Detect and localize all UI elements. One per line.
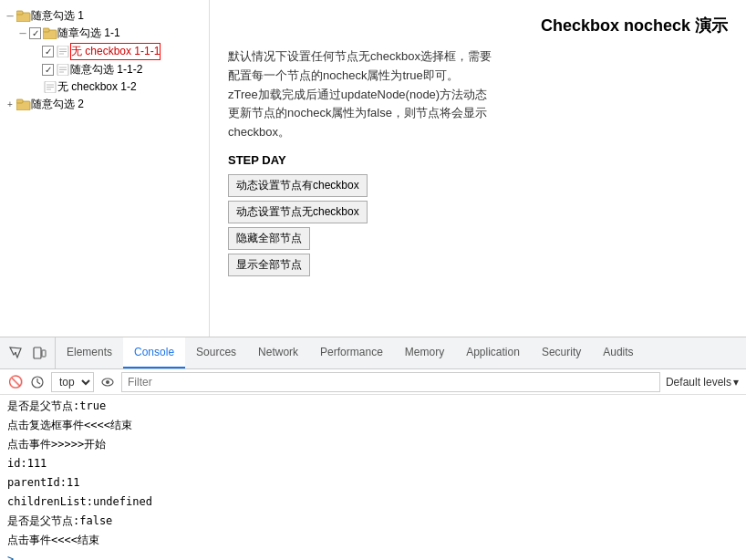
console-preserve-icon[interactable] [29,374,46,390]
console-prompt[interactable] [7,550,739,560]
inspect-icon[interactable] [7,345,24,361]
tab-network[interactable]: Network [247,337,309,368]
desc-line1: 默认情况下设置任何节点无checkbox选择框，需要 [228,49,492,63]
folder-icon-root2 [16,99,31,111]
file-icon-111 [56,46,70,58]
context-select[interactable]: top [51,372,94,392]
tab-audits[interactable]: Audits [592,337,644,368]
svg-rect-19 [34,347,41,358]
svg-rect-3 [43,28,49,32]
console-line-1: 是否是父节点:true [7,397,739,416]
tree-toggle-root1[interactable]: ─ [4,10,16,23]
default-levels-label: Default levels [666,376,731,389]
tree-node-111[interactable]: 无 checkbox 1-1-1 [29,42,205,61]
tree-label-12: 无 checkbox 1-2 [57,79,137,95]
devtools-tabs: Elements Console Sources Network Perform… [56,337,746,368]
console-line-7: 是否是父节点:false [7,512,739,531]
console-line-6: childrenList:undefined [7,493,739,512]
tree-toggle-root2[interactable]: + [4,99,16,111]
filter-input[interactable] [121,372,660,392]
console-line-8: 点击事件<<<<结束 [7,531,739,550]
tab-console[interactable]: Console [123,337,185,368]
console-line-3: 点击事件>>>>>开始 [7,435,739,454]
tab-elements[interactable]: Elements [56,337,123,368]
tab-security[interactable]: Security [531,337,592,368]
btn-hide-all[interactable]: 隐藏全部节点 [228,227,310,250]
description: 默认情况下设置任何节点无checkbox选择框，需要 配置每一个节点的noche… [228,47,728,142]
tree-node-root1[interactable]: ─ 随意勾选 1 [4,7,205,25]
tree-label-111: 无 checkbox 1-1-1 [70,43,161,60]
tree-node-root2[interactable]: + 随意勾选 2 [4,96,205,113]
tree-label-11: 随章勾选 1-1 [57,26,120,41]
tree-checkbox-11[interactable] [29,27,41,39]
tab-sources[interactable]: Sources [185,337,247,368]
file-icon-112 [56,64,70,77]
button-group: 动态设置节点有checkbox 动态设置节点无checkbox 隐藏全部节点 显… [228,174,728,276]
tree-panel: ─ 随意勾选 1 ─ 随章勾选 1-1 [0,0,210,337]
main-area: ─ 随意勾选 1 ─ 随章勾选 1-1 [0,0,746,337]
btn-set-checkbox[interactable]: 动态设置节点有checkbox [228,174,368,197]
tab-memory[interactable]: Memory [394,337,455,368]
devtools-bar: Elements Console Sources Network Perform… [0,337,746,369]
step-label: STEP DAY [228,153,728,167]
default-levels-dropdown[interactable]: Default levels ▾ [666,376,739,389]
default-levels-arrow: ▾ [733,376,739,389]
tree-label-root2: 随意勾选 2 [31,97,84,112]
page-title: Checkbox nocheck 演示 [228,15,728,36]
btn-show-all[interactable]: 显示全部节点 [228,254,310,276]
eye-icon[interactable] [99,374,116,390]
folder-icon-root1 [16,10,31,23]
tab-performance[interactable]: Performance [309,337,394,368]
console-clear-icon[interactable]: 🚫 [7,374,24,390]
tree-checkbox-111[interactable] [42,46,54,57]
desc-line4: 更新节点的nocheck属性为false，则节点将会显示 [228,106,487,119]
console-line-5: parentId:11 [7,473,739,493]
console-line-2: 点击复选框事件<<<<结束 [7,416,739,435]
desc-line5: checkbox。 [228,125,290,139]
svg-point-25 [106,380,109,384]
console-output: 是否是父节点:true 点击复选框事件<<<<结束 点击事件>>>>>开始 id… [0,395,746,560]
svg-point-18 [15,352,16,354]
tree-checkbox-112[interactable] [42,64,54,76]
tree-label-112: 随意勾选 1-1-2 [70,62,142,78]
folder-icon-11 [43,27,57,40]
content-panel: Checkbox nocheck 演示 默认情况下设置任何节点无checkbox… [210,0,746,337]
svg-rect-20 [42,350,46,357]
console-toolbar: 🚫 top Default levels ▾ [0,369,746,395]
btn-unset-checkbox[interactable]: 动态设置节点无checkbox [228,201,368,223]
console-line-4: id:111 [7,454,739,473]
tree-node-12[interactable]: 无 checkbox 1-2 [16,78,205,96]
tree-toggle-11[interactable]: ─ [16,27,29,40]
devtools-icons [0,337,56,368]
tree-node-11[interactable]: ─ 随章勾选 1-1 [16,25,205,42]
desc-line2: 配置每一个节点的nocheck属性为true即可。 [228,68,459,82]
tree-children-11: 无 checkbox 1-1-1 随意勾选 1-1-2 [16,42,205,78]
svg-line-23 [37,382,40,384]
tree-node-112[interactable]: 随意勾选 1-1-2 [29,61,205,78]
svg-rect-1 [16,11,23,15]
tree-label-root1: 随意勾选 1 [31,8,84,24]
svg-rect-17 [16,99,23,103]
tree-children-root1: ─ 随章勾选 1-1 [4,25,205,96]
device-icon[interactable] [31,345,47,361]
file-icon-12 [43,81,57,94]
desc-line3: zTree加载完成后通过updateNode(node)方法动态 [228,88,487,101]
tab-application[interactable]: Application [455,337,531,368]
